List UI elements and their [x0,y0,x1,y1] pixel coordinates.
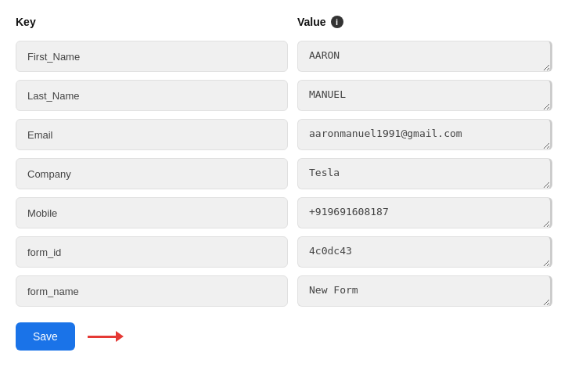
save-button[interactable]: Save [16,322,75,351]
value-field[interactable] [297,119,552,150]
key-field[interactable] [16,119,288,150]
table-row [16,197,552,228]
arrow-line [88,336,116,338]
key-field[interactable] [16,236,288,268]
value-field[interactable] [297,197,552,228]
table-row [16,41,552,72]
key-field[interactable] [16,158,288,189]
key-column-header: Key [16,16,297,28]
table-row [16,158,552,189]
value-field[interactable] [297,41,552,72]
value-column-header: Value i [297,16,552,28]
arrow-head [116,331,124,342]
arrow-icon [88,331,124,342]
key-field[interactable] [16,197,288,228]
value-field[interactable] [297,80,552,111]
table-row [16,236,552,268]
form-container: Key Value i Save [16,16,552,351]
value-field[interactable] [297,236,552,268]
table-header: Key Value i [16,16,552,28]
value-field[interactable] [297,158,552,189]
key-field[interactable] [16,41,288,72]
value-field[interactable] [297,275,552,307]
table-row [16,119,552,150]
rows-container [16,41,552,307]
table-row [16,80,552,111]
key-field[interactable] [16,80,288,111]
info-icon: i [331,16,343,28]
table-row [16,275,552,307]
footer-row: Save [16,322,552,351]
arrow-shape [88,331,124,342]
key-field[interactable] [16,275,288,307]
